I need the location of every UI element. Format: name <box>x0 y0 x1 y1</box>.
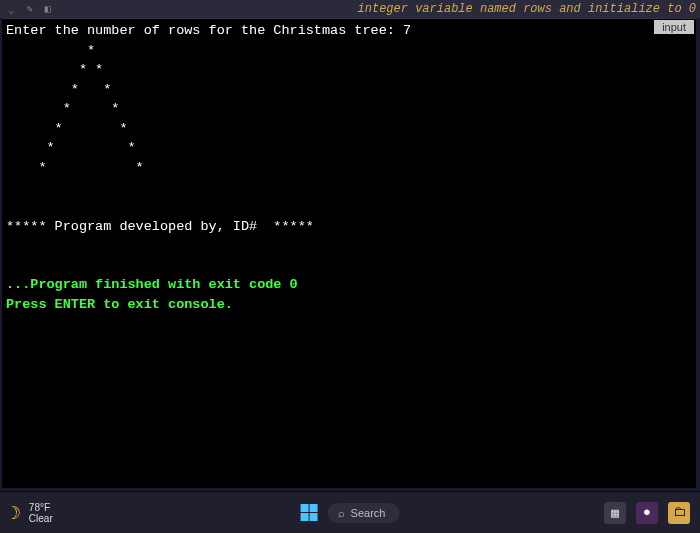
windows-start-icon[interactable] <box>301 504 318 521</box>
input-badge[interactable]: input <box>654 20 694 34</box>
tree-line: * * <box>6 62 103 77</box>
search-icon: ⌕ <box>338 507 345 519</box>
console-window: input Enter the number of rows for the C… <box>2 18 696 488</box>
weather-text: 78°F Clear <box>29 502 53 524</box>
temperature: 78°F <box>29 502 53 513</box>
file-explorer-icon[interactable]: 🗀 <box>668 502 690 524</box>
exit-code-line: ...Program finished with exit code 0 <box>6 277 298 292</box>
prompt-line: Enter the number of rows for the Christm… <box>6 23 411 38</box>
condition: Clear <box>29 513 53 524</box>
taskbar-right: ▦ ● 🗀 <box>604 502 690 524</box>
tree-line: * * <box>6 140 136 155</box>
edit-icon[interactable]: ✎ <box>27 3 33 15</box>
console-output[interactable]: Enter the number of rows for the Christm… <box>2 19 696 316</box>
taskbar-app-icon[interactable]: ▦ <box>604 502 626 524</box>
tree-line: * * <box>6 160 144 175</box>
tree-line: * <box>6 43 95 58</box>
tree-line: * * <box>6 82 111 97</box>
ide-code-hint: integer variable named rows and initiali… <box>358 2 696 16</box>
moon-icon: ☽ <box>10 502 21 524</box>
taskbar-app-icon[interactable]: ● <box>636 502 658 524</box>
chevron-down-icon[interactable]: ⌄ <box>8 3 15 16</box>
credits-line: ***** Program developed by, ID# ***** <box>6 219 314 234</box>
search-label: Search <box>351 507 386 519</box>
taskbar-weather[interactable]: ☽ 78°F Clear <box>10 502 53 524</box>
tree-line: * * <box>6 101 119 116</box>
taskbar-search[interactable]: ⌕ Search <box>328 503 400 523</box>
ide-top-icons: ⌄ ✎ ◧ <box>4 3 51 16</box>
windows-taskbar: ☽ 78°F Clear ⌕ Search ▦ ● 🗀 <box>0 491 700 533</box>
ide-top-bar: ⌄ ✎ ◧ integer variable named rows and in… <box>0 0 700 18</box>
taskbar-center: ⌕ Search <box>301 503 400 523</box>
press-enter-line: Press ENTER to exit console. <box>6 297 233 312</box>
window-icon[interactable]: ◧ <box>45 3 51 15</box>
tree-line: * * <box>6 121 128 136</box>
